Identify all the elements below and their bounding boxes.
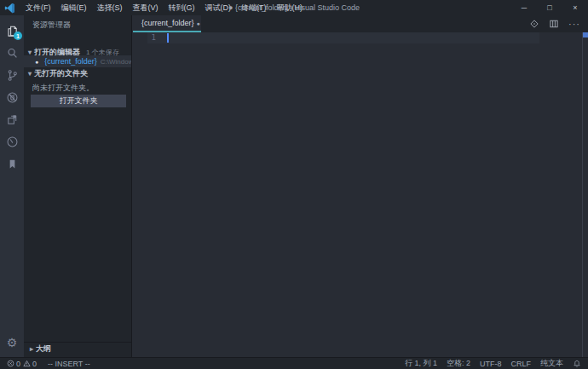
- menu-selection[interactable]: 选择(S): [92, 0, 128, 15]
- current-line-highlight: [147, 32, 539, 43]
- editor-actions: ···: [529, 15, 588, 32]
- sidebar-title: 资源管理器: [32, 20, 71, 31]
- menu-file[interactable]: 文件(F): [20, 0, 56, 15]
- tab-label: {current_folder}: [141, 19, 194, 27]
- diamond-action-icon[interactable]: [529, 19, 539, 29]
- warning-icon: [23, 360, 31, 367]
- git-branch-icon: [6, 69, 19, 82]
- activity-bar: 1: [0, 15, 24, 357]
- problems-errors[interactable]: 0: [7, 360, 20, 368]
- no-folder-section-header[interactable]: ▾ 无打开的文件夹: [26, 67, 131, 79]
- no-folder-label: 无打开的文件夹: [34, 68, 88, 79]
- problems-warnings[interactable]: 0: [23, 360, 37, 368]
- bookmark-icon: [7, 159, 18, 170]
- split-editor-icon[interactable]: [549, 19, 559, 29]
- activitybar-extensions[interactable]: [0, 108, 24, 130]
- open-editor-item[interactable]: ● {current_folder} C:\Windows\syst...: [24, 55, 131, 67]
- cursor-position-status[interactable]: 行 1, 列 1: [405, 358, 437, 369]
- open-file-name: {current_folder}: [44, 57, 97, 66]
- explorer-badge: 1: [14, 32, 22, 40]
- activitybar-explorer[interactable]: 1: [0, 20, 24, 42]
- extensions-icon: [6, 113, 19, 126]
- close-button[interactable]: ×: [562, 0, 588, 15]
- activitybar-clock-extension[interactable]: [0, 130, 24, 153]
- status-bar: 0 0 -- INSERT -- 行 1, 列 1 空格: 2 UTF-8 CR…: [0, 357, 588, 369]
- vscode-logo-icon: [4, 3, 15, 14]
- tab-current-folder[interactable]: {current_folder} ●: [133, 15, 201, 32]
- activitybar-source-control[interactable]: [0, 64, 24, 86]
- window-title: ● {current_folder} - Visual Studio Code: [228, 3, 360, 12]
- vim-mode-indicator[interactable]: -- INSERT --: [48, 360, 90, 368]
- activitybar-search[interactable]: [0, 42, 24, 64]
- error-icon: [7, 360, 14, 367]
- more-actions-icon[interactable]: ···: [568, 20, 580, 28]
- chevron-down-icon: ▾: [26, 70, 34, 78]
- menu-go[interactable]: 转到(G): [164, 0, 200, 15]
- overview-ruler-divider: [582, 32, 583, 357]
- dirty-dot-icon[interactable]: ●: [197, 20, 200, 26]
- notifications-bell-icon[interactable]: [573, 360, 581, 368]
- menu-edit[interactable]: 编辑(E): [56, 0, 92, 15]
- language-mode-status[interactable]: 纯文本: [540, 358, 563, 369]
- activitybar-settings[interactable]: ⚙: [0, 332, 24, 354]
- debug-bug-icon: [6, 91, 19, 104]
- clock-compass-icon: [6, 135, 19, 148]
- warning-count: 0: [32, 360, 37, 368]
- explorer-sidebar: 资源管理器 ▾ 打开的编辑器 1 个未保存 ● {current_folder}…: [24, 15, 132, 357]
- gear-icon: ⚙: [7, 336, 18, 349]
- minimize-button[interactable]: ─: [511, 0, 537, 15]
- dirty-dot-icon: ●: [35, 59, 38, 65]
- chevron-right-icon: ▸: [27, 345, 36, 353]
- open-folder-button[interactable]: 打开文件夹: [31, 95, 126, 107]
- title-bar: 文件(F) 编辑(E) 选择(S) 查看(V) 转到(G) 调试(D) 终端(T…: [0, 0, 588, 15]
- tab-bar: {current_folder} ● ···: [133, 15, 588, 32]
- outline-label: 大纲: [36, 343, 51, 355]
- encoding-status[interactable]: UTF-8: [480, 360, 502, 368]
- text-cursor: [167, 33, 169, 43]
- open-file-path: C:\Windows\syst...: [101, 58, 131, 66]
- window-controls: ─ □ ×: [511, 0, 588, 15]
- indentation-status[interactable]: 空格: 2: [447, 358, 470, 369]
- outline-section-header[interactable]: ▸ 大纲: [24, 342, 131, 355]
- search-icon: [6, 47, 19, 60]
- line-number: 1: [133, 32, 156, 43]
- maximize-button[interactable]: □: [537, 0, 562, 15]
- activitybar-debug[interactable]: [0, 86, 24, 108]
- error-count: 0: [16, 360, 20, 368]
- activitybar-bookmarks[interactable]: [0, 153, 24, 175]
- overview-ruler-cursor-marker: [583, 32, 588, 37]
- editor-group: {current_folder} ● ··· 1: [133, 15, 588, 357]
- vscode-window: 文件(F) 编辑(E) 选择(S) 查看(V) 转到(G) 调试(D) 终端(T…: [0, 0, 588, 369]
- menu-view[interactable]: 查看(V): [128, 0, 164, 15]
- eol-status[interactable]: CRLF: [510, 360, 531, 368]
- no-folder-message: 尚未打开文件夹。: [32, 83, 94, 94]
- editor-pane[interactable]: 1: [133, 32, 588, 357]
